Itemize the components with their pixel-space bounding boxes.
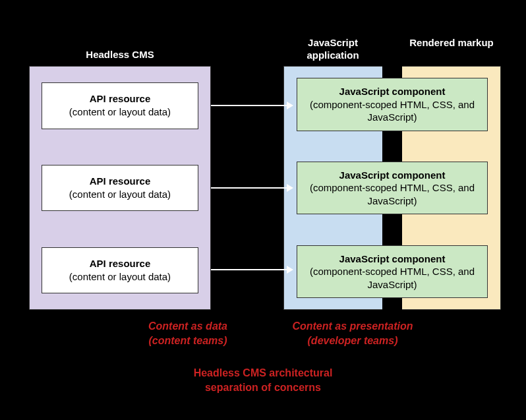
- api-resource-box: API resource (content or layout data): [42, 82, 198, 129]
- arrow-head-icon: [287, 184, 293, 192]
- diagram-canvas: Headless CMS JavaScript application Rend…: [0, 0, 526, 420]
- cms-panel: API resource (content or layout data) AP…: [29, 66, 211, 310]
- api-resource-box: API resource (content or layout data): [42, 247, 198, 294]
- arrow-line: [211, 269, 287, 270]
- js-app-heading: JavaScript application: [283, 37, 382, 62]
- caption-title: Headless CMS architecturalseparation of …: [0, 366, 526, 394]
- arrow-line: [211, 187, 287, 189]
- js-component-sub: (component-scoped HTML, CSS, and JavaScr…: [301, 265, 483, 291]
- arrow-head-icon: [287, 266, 293, 274]
- api-resource-title: API resource: [47, 175, 192, 188]
- caption-content-as-presentation: Content as presentation(developer teams): [277, 319, 428, 347]
- api-resource-title: API resource: [47, 92, 192, 105]
- arrow-head-icon: [287, 102, 293, 109]
- js-component-box: JavaScript component (component-scoped H…: [297, 245, 488, 299]
- api-resource-sub: (content or layout data): [47, 105, 192, 119]
- markup-heading: Rendered markup: [402, 37, 501, 49]
- arrow-line: [211, 105, 287, 106]
- js-component-box: JavaScript component (component-scoped H…: [297, 78, 488, 131]
- api-resource-sub: (content or layout data): [47, 270, 192, 284]
- api-resource-sub: (content or layout data): [47, 188, 192, 201]
- api-resource-box: API resource (content or layout data): [42, 165, 198, 212]
- js-component-sub: (component-scoped HTML, CSS, and JavaScr…: [301, 98, 483, 124]
- api-resource-title: API resource: [47, 257, 192, 270]
- cms-heading: Headless CMS: [29, 49, 211, 60]
- js-component-box: JavaScript component (component-scoped H…: [297, 162, 488, 215]
- js-component-title: JavaScript component: [301, 85, 483, 98]
- js-component-title: JavaScript component: [301, 169, 483, 182]
- js-component-sub: (component-scoped HTML, CSS, and JavaScr…: [301, 181, 483, 207]
- caption-content-as-data: Content as data(content teams): [112, 319, 264, 347]
- components-overlay: JavaScript component (component-scoped H…: [283, 66, 501, 310]
- js-component-title: JavaScript component: [301, 253, 483, 266]
